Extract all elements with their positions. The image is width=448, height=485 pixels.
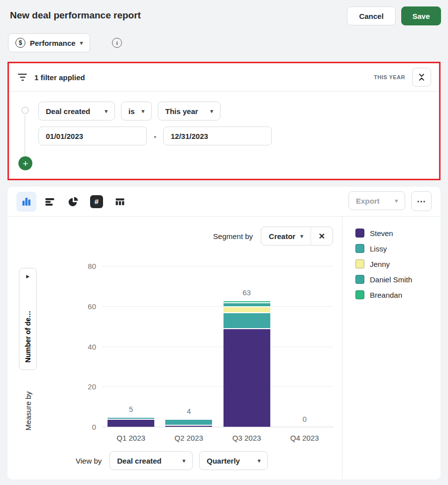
legend: StevenLissyJennyDaniel SmithBreandan: [342, 217, 441, 480]
stacked-bar[interactable]: [108, 417, 154, 427]
save-button[interactable]: Save: [401, 6, 441, 25]
filter-summary: 1 filter applied: [34, 73, 85, 82]
y-axis-tick: 60: [72, 302, 96, 310]
bar-column: 4Q2 2023: [160, 266, 218, 427]
view-interval-value: Quarterly: [207, 457, 240, 465]
measure-dropdown[interactable]: ▶ Number of de…: [19, 268, 37, 370]
legend-label: Jenny: [370, 260, 390, 268]
y-axis-tick: 40: [72, 342, 96, 351]
y-axis-tick: 20: [72, 382, 96, 391]
view-by-row: View by Deal created ▾ Quarterly ▾: [76, 451, 268, 470]
export-label: Export: [356, 197, 380, 205]
date-from-input[interactable]: [38, 126, 147, 145]
bar-total-label: 63: [218, 288, 276, 297]
y-axis-tick: 80: [72, 262, 96, 270]
filter-node-radio[interactable]: [21, 107, 29, 114]
segment-by-label: Segment by: [213, 232, 253, 241]
view-field-dropdown[interactable]: Deal created ▾: [110, 451, 193, 470]
bar-segment[interactable]: [165, 419, 212, 425]
bar-column: 63Q3 2023: [218, 266, 276, 427]
date-to-input[interactable]: [163, 126, 272, 145]
bar-total-label: 4: [160, 407, 218, 415]
legend-label: Steven: [370, 229, 393, 238]
bar-columns: 5Q1 20234Q2 202363Q3 20230Q4 2023: [102, 266, 334, 427]
stacked-bar[interactable]: [165, 419, 212, 427]
collapse-icon: [417, 73, 426, 82]
bar-segment[interactable]: [224, 306, 270, 312]
filter-field-dropdown[interactable]: Deal created ▾: [38, 102, 115, 121]
x-axis-label: Q4 2023: [276, 434, 334, 442]
bar-column: 5Q1 2023: [102, 266, 160, 427]
cancel-button[interactable]: Cancel: [347, 6, 396, 25]
measure-by-label: Measure by: [19, 381, 37, 441]
x-axis-label: Q2 2023: [160, 434, 218, 442]
page-title: New deal performance report: [10, 10, 141, 21]
bar-segment[interactable]: [224, 302, 270, 306]
legend-item[interactable]: Breandan: [355, 290, 441, 299]
segment-control: Creator ▾ ✕: [261, 227, 333, 245]
view-field-value: Deal created: [117, 457, 161, 465]
legend-item[interactable]: Lissy: [355, 244, 441, 253]
chevron-down-icon: ▾: [80, 40, 83, 46]
bar-segment[interactable]: [224, 312, 270, 328]
chart-panel: # Export ▾ ⋯ StevenLissyJennyDaniel Smit…: [7, 187, 441, 480]
segment-value: Creator: [269, 232, 295, 241]
filter-operator-value: is: [128, 107, 135, 116]
legend-swatch: [355, 259, 364, 268]
legend-item[interactable]: Jenny: [355, 259, 441, 268]
legend-swatch: [355, 275, 364, 284]
bar-total-label: 5: [102, 405, 160, 413]
legend-swatch: [355, 244, 364, 253]
legend-label: Lissy: [370, 244, 387, 253]
segment-dropdown[interactable]: Creator ▾: [261, 227, 311, 245]
chevron-down-icon: ▾: [210, 109, 213, 114]
chevron-down-icon: ▾: [183, 458, 186, 464]
more-options-button[interactable]: ⋯: [411, 191, 432, 211]
table-icon: [114, 196, 125, 207]
legend-label: Breandan: [370, 291, 402, 299]
report-type-dropdown[interactable]: $ Performance ▾: [8, 33, 90, 52]
scorecard-type-button[interactable]: #: [87, 192, 107, 212]
pie-chart-icon: [68, 196, 79, 207]
bar-chart-icon: [44, 196, 55, 207]
x-axis-label: Q1 2023: [102, 434, 160, 442]
bar-chart-type-button[interactable]: [40, 192, 60, 212]
dollar-circle-icon: $: [15, 38, 25, 48]
legend-item[interactable]: Daniel Smith: [355, 275, 441, 284]
chevron-down-icon: ▾: [258, 458, 261, 464]
bar-segment[interactable]: [165, 425, 212, 427]
column-chart-type-button[interactable]: [16, 192, 36, 212]
info-icon[interactable]: i: [112, 38, 122, 48]
filter-header: 1 filter applied THIS YEAR: [9, 63, 439, 92]
play-icon: ▶: [26, 274, 30, 279]
bar-total-label: 0: [276, 415, 334, 423]
filter-operator-dropdown[interactable]: is ▾: [121, 102, 152, 121]
legend-item[interactable]: Steven: [355, 229, 441, 238]
table-type-button[interactable]: [110, 192, 130, 212]
chevron-down-icon: ▾: [141, 109, 144, 114]
report-type-label: Performance: [30, 39, 76, 47]
bar-column: 0Q4 2023: [276, 266, 334, 427]
remove-segment-button[interactable]: ✕: [311, 227, 333, 245]
filter-field-value: Deal created: [46, 107, 90, 116]
stacked-bar-chart: 0204060805Q1 20234Q2 202363Q3 20230Q4 20…: [102, 266, 334, 427]
chart-type-toolbar: # Export ▾ ⋯: [7, 187, 441, 216]
collapse-filters-button[interactable]: [412, 68, 431, 87]
filter-panel: 1 filter applied THIS YEAR + Deal create…: [7, 62, 441, 180]
pie-chart-type-button[interactable]: [63, 192, 83, 212]
legend-swatch: [355, 229, 364, 238]
x-axis-label: Q3 2023: [218, 434, 276, 442]
export-button[interactable]: Export ▾: [348, 191, 405, 210]
measure-value: Number of de…: [24, 311, 32, 363]
date-range-separator: -: [153, 132, 157, 140]
view-interval-dropdown[interactable]: Quarterly ▾: [199, 451, 268, 470]
bar-segment[interactable]: [108, 419, 154, 427]
filter-range-badge: THIS YEAR: [374, 74, 405, 80]
y-axis-tick: 0: [72, 423, 96, 431]
filter-value-dropdown[interactable]: This year ▾: [158, 102, 221, 121]
stacked-bar[interactable]: [224, 300, 270, 427]
chevron-down-icon: ▾: [105, 109, 108, 114]
filter-content: + Deal created ▾ is ▾ This year ▾ -: [9, 92, 439, 177]
bar-segment[interactable]: [224, 328, 270, 427]
add-filter-button[interactable]: +: [18, 156, 32, 170]
